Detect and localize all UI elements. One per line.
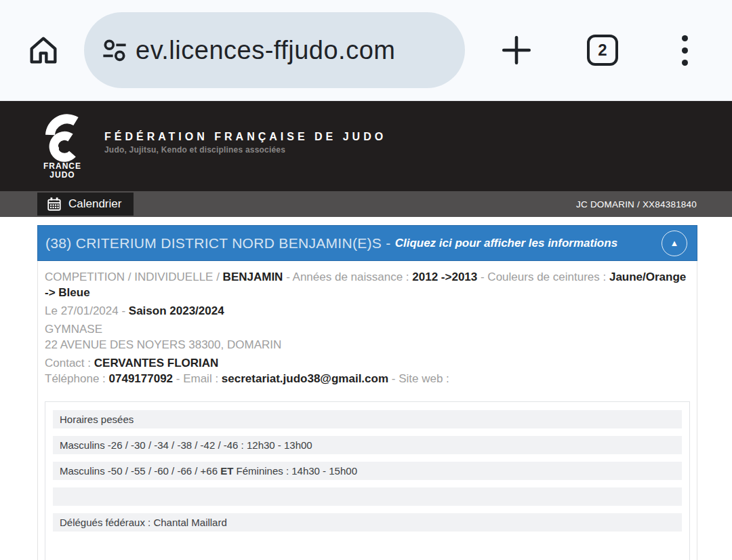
banner-toggle-hint: Cliquez ici pour afficher les informatio… [395,237,617,250]
event-title: (38) CRITERIUM DISTRICT NORD BENJAMIN(E)… [45,235,382,252]
schedule-table: Horaires pesées Masculins -26 / -30 / -3… [45,401,690,560]
content-wrapper: (38) CRITERIUM DISTRICT NORD BENJAMIN(E)… [37,225,697,560]
tab-switcher-button[interactable]: 2 [587,35,618,66]
federation-subtitle: Judo, Jujitsu, Kendo et disciplines asso… [104,145,386,155]
logo-text-line1: FRANCE [43,162,81,171]
contact-line: Contact : CERVANTES FLORIANTéléphone : 0… [45,355,690,386]
browser-chrome-bar: ev.licences-ffjudo.com 2 [0,0,732,101]
contact-name: CERVANTES FLORIAN [94,357,219,369]
url-text: ev.licences-ffjudo.com [136,36,395,65]
calendar-button-label: Calendrier [68,197,121,211]
schedule-row: Masculins -50 / -55 / -60 / -66 / +66 ET… [53,462,682,480]
federation-title: FÉDÉRATION FRANÇAISE DE JUDO [104,131,386,143]
schedule-row: Masculins -26 / -30 / -34 / -38 / -42 / … [53,436,682,454]
venue-name: GYMNASE [45,323,102,336]
venue-address: 22 AVENUE DES NOYERS 38300, DOMARIN [45,338,281,351]
triangle-up-icon: ▲ [670,238,679,248]
season-value: Saison 2023/2024 [129,304,224,317]
browser-menu-button[interactable] [671,31,698,69]
home-icon [26,33,61,68]
event-date-line: Le 27/01/2024 - Saison 2023/2024 [45,303,690,319]
birth-years-value: 2012 ->2013 [412,271,477,283]
schedule-row-empty [53,487,682,506]
event-banner[interactable]: (38) CRITERIUM DISTRICT NORD BENJAMIN(E)… [37,225,697,261]
email-value: secretariat.judo38@gmail.com [222,372,388,385]
site-settings-icon[interactable] [102,37,127,63]
logo-text-line2: JUDO [49,171,75,180]
calendar-icon [47,197,62,212]
plus-icon [500,33,533,67]
france-judo-logo: FRANCE JUDO [41,113,84,180]
schedule-row-delegates: Délégués fédéraux : Chantal Maillard [53,513,682,532]
collapse-button[interactable]: ▲ [662,231,687,256]
url-bar[interactable]: ev.licences-ffjudo.com [84,12,465,88]
event-category-line: COMPETITION / INDIVIDUELLE / BENJAMIN - … [45,269,690,300]
navbar: Calendrier JC DOMARIN / XX84381840 [0,191,732,217]
new-tab-button[interactable] [497,31,535,69]
kebab-dot [682,35,688,41]
tab-count: 2 [598,41,607,60]
venue-line: GYMNASE22 AVENUE DES NOYERS 38300, DOMAR… [45,321,690,353]
site-header: FRANCE JUDO FÉDÉRATION FRANÇAISE DE JUDO… [0,101,732,191]
user-club-id: JC DOMARIN / XX84381840 [576,199,697,209]
home-button[interactable] [24,31,62,69]
kebab-dot [682,60,688,66]
category-value: BENJAMIN [223,271,283,283]
phone-value: 0749177092 [109,372,174,385]
schedule-row-header: Horaires pesées [53,410,682,428]
event-details: COMPETITION / INDIVIDUELLE / BENJAMIN - … [37,261,697,560]
kebab-dot [682,47,688,54]
banner-separator: - [382,235,395,252]
calendar-button[interactable]: Calendrier [37,193,134,216]
